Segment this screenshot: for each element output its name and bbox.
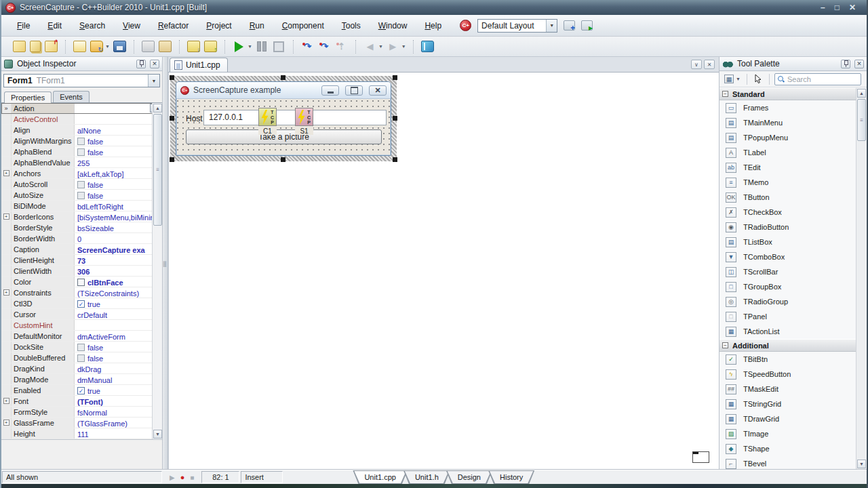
checkbox-icon[interactable]: ✓ bbox=[77, 300, 85, 308]
close-icon[interactable]: ✕ bbox=[150, 60, 159, 68]
property-value[interactable]: 0 bbox=[75, 233, 162, 243]
palette-item-frames[interactable]: ▭Frames bbox=[719, 100, 856, 115]
menu-tools[interactable]: Tools bbox=[333, 18, 370, 33]
forward-button[interactable] bbox=[387, 41, 399, 52]
chevron-down-icon[interactable]: ▼ bbox=[105, 44, 110, 49]
tab-properties[interactable]: Properties bbox=[4, 92, 52, 103]
palette-category-standard[interactable]: −Standard bbox=[719, 87, 856, 100]
property-value[interactable]: (TFont) bbox=[75, 396, 162, 406]
run-until-return-button[interactable] bbox=[335, 41, 348, 52]
palette-item-tdrawgrid[interactable]: ▦TDrawGrid bbox=[719, 411, 856, 426]
collapse-icon[interactable]: − bbox=[722, 342, 728, 348]
property-row-docksite[interactable]: DockSitefalse bbox=[1, 342, 162, 352]
property-row-cursor[interactable]: CursorcrDefault bbox=[1, 309, 162, 320]
property-value[interactable]: false bbox=[75, 342, 162, 352]
component-label-s1[interactable]: S1 bbox=[295, 127, 313, 135]
palette-item-tcombobox[interactable]: ▼TComboBox bbox=[719, 249, 856, 264]
add-file-icon[interactable] bbox=[30, 41, 41, 52]
menu-refactor[interactable]: Refactor bbox=[149, 18, 197, 33]
property-row-defaultmonitor[interactable]: DefaultMonitordmActiveForm bbox=[1, 331, 162, 342]
palette-item-tpopupmenu[interactable]: ▤TPopupMenu bbox=[719, 130, 856, 145]
save-all-icon[interactable] bbox=[159, 41, 172, 52]
palette-view-button[interactable]: ▦ ▼ bbox=[723, 74, 742, 84]
save-file-icon[interactable] bbox=[113, 41, 126, 52]
object-selector-combo[interactable]: Form1 TForm1 ▼ bbox=[3, 74, 160, 87]
property-value[interactable]: clBtnFace bbox=[75, 277, 162, 287]
palette-item-tspeedbutton[interactable]: ϟTSpeedButton bbox=[719, 367, 856, 382]
menu-project[interactable]: Project bbox=[197, 18, 240, 33]
pin-icon[interactable] bbox=[841, 60, 850, 68]
property-value[interactable]: false bbox=[75, 179, 162, 189]
property-row-font[interactable]: +Font(TFont) bbox=[1, 396, 162, 407]
palette-category-additional[interactable]: −Additional bbox=[719, 339, 856, 352]
scroll-up-icon[interactable]: ▲ bbox=[857, 89, 866, 98]
property-value[interactable]: dkDrag bbox=[75, 363, 162, 373]
tab-list-chevron-icon[interactable]: ∨ bbox=[691, 60, 702, 69]
macro-play-icon[interactable]: ▶ bbox=[170, 474, 175, 481]
property-value[interactable]: (TSizeConstraints) bbox=[75, 287, 162, 298]
chevron-down-icon[interactable]: ▼ bbox=[248, 44, 252, 49]
close-button[interactable]: ✕ bbox=[849, 2, 856, 13]
scroll-down-icon[interactable]: ▼ bbox=[857, 460, 866, 468]
property-value[interactable]: dmActiveForm bbox=[75, 331, 162, 341]
property-value[interactable]: [biSystemMenu,biMinim bbox=[75, 211, 162, 222]
property-row-constraints[interactable]: +Constraints(TSizeConstraints) bbox=[1, 287, 162, 298]
palette-item-tmainmenu[interactable]: ▤TMainMenu bbox=[719, 115, 856, 130]
property-row-borderstyle[interactable]: BorderStylebsSizeable bbox=[1, 222, 162, 233]
palette-item-timage[interactable]: ▨TImage bbox=[719, 426, 856, 441]
chevron-down-icon[interactable]: ▼ bbox=[546, 20, 557, 32]
view-tab-unit1-cpp[interactable]: Unit1.cpp bbox=[353, 470, 407, 484]
property-value[interactable] bbox=[75, 114, 162, 124]
program-reset-button[interactable] bbox=[273, 41, 285, 52]
trace-into-button[interactable] bbox=[301, 41, 314, 52]
property-value[interactable]: ✓true bbox=[75, 298, 162, 308]
resize-handle[interactable] bbox=[393, 157, 397, 162]
collapse-icon[interactable]: − bbox=[722, 91, 728, 97]
palette-item-tlistbox[interactable]: ▤TListBox bbox=[719, 235, 856, 249]
expand-icon[interactable]: + bbox=[3, 420, 9, 426]
palette-item-tmaskedit[interactable]: ##TMaskEdit bbox=[719, 382, 856, 396]
menu-window[interactable]: Window bbox=[370, 18, 416, 33]
tab-events[interactable]: Events bbox=[53, 91, 90, 102]
host-label[interactable]: Host bbox=[186, 114, 203, 123]
palette-item-tradiogroup[interactable]: ◎TRadioGroup bbox=[719, 294, 856, 309]
view-tab-unit1-h[interactable]: Unit1.h bbox=[403, 470, 450, 484]
property-value[interactable]: dmManual bbox=[75, 374, 162, 384]
selection-cursor-button[interactable] bbox=[752, 73, 764, 85]
new-file-icon[interactable] bbox=[73, 41, 86, 52]
property-row-borderwidth[interactable]: BorderWidth0 bbox=[1, 233, 162, 244]
run-button[interactable] bbox=[233, 41, 245, 52]
property-value[interactable]: fsNormal bbox=[75, 407, 162, 417]
property-row-anchors[interactable]: +Anchors[akLeft,akTop] bbox=[1, 168, 162, 179]
menu-edit[interactable]: Edit bbox=[39, 18, 71, 33]
resize-handle[interactable] bbox=[281, 157, 285, 162]
maximize-button[interactable]: □ bbox=[835, 2, 840, 13]
property-value[interactable]: 306 bbox=[75, 266, 162, 276]
palette-item-tscrollbar[interactable]: ◫TScrollBar bbox=[719, 264, 856, 279]
chevron-down-icon[interactable]: ▼ bbox=[378, 44, 383, 49]
property-row-autoscroll[interactable]: AutoScrollfalse bbox=[1, 179, 162, 190]
menu-file[interactable]: File bbox=[8, 18, 39, 33]
property-value[interactable]: false bbox=[75, 146, 162, 157]
property-row-formstyle[interactable]: FormStylefsNormal bbox=[1, 407, 162, 418]
property-row-bidimode[interactable]: BiDiModebdLeftToRight bbox=[1, 201, 162, 211]
checkbox-icon[interactable] bbox=[77, 138, 85, 145]
save-layout-icon[interactable] bbox=[564, 20, 575, 30]
expand-icon[interactable]: + bbox=[3, 214, 9, 220]
scrollbar-thumb[interactable]: ≡ bbox=[857, 99, 866, 141]
search-input[interactable] bbox=[787, 75, 858, 83]
property-value[interactable]: crDefault bbox=[75, 309, 162, 319]
property-value[interactable]: (TGlassFrame) bbox=[75, 418, 162, 428]
macro-record-icon[interactable]: ● bbox=[180, 473, 185, 481]
tab-close-icon[interactable]: ✕ bbox=[704, 60, 715, 69]
palette-item-tactionlist[interactable]: ▦TActionList bbox=[719, 324, 856, 339]
form-selection-frame[interactable]: C+ ScreenCapture example ✕ Host 127.0.0.… bbox=[170, 76, 397, 161]
expand-icon[interactable]: + bbox=[3, 170, 9, 176]
save-as-icon[interactable] bbox=[142, 41, 155, 52]
expand-icon[interactable]: + bbox=[3, 289, 9, 296]
property-value[interactable]: bdLeftToRight bbox=[75, 201, 162, 211]
property-value[interactable]: 255 bbox=[75, 157, 162, 167]
close-icon[interactable]: ✕ bbox=[854, 60, 864, 68]
component-label-c1[interactable]: C1 bbox=[258, 127, 277, 135]
panel-splitter[interactable]: ≡≡ bbox=[163, 57, 168, 470]
